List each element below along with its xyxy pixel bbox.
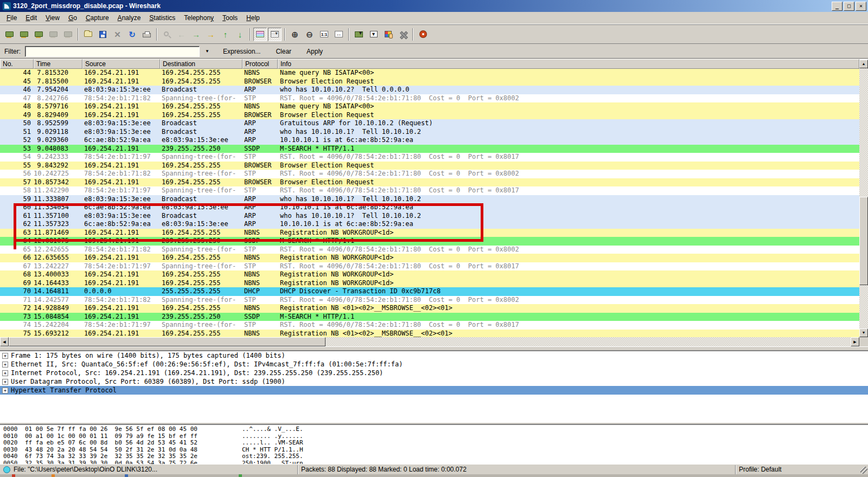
menu-analyze[interactable]: Analyze [113,12,145,23]
packet-row-55[interactable]: 559.843292169.254.21.191169.254.255.255B… [0,162,859,170]
detail-row-2[interactable]: +Internet Protocol, Src: 169.254.21.191 … [0,369,868,377]
autoscroll-button[interactable] [268,28,282,41]
expert-info-icon[interactable] [3,466,10,473]
packet-row-52[interactable]: 529.0293606c:ae:8b:52:9a:eae8:03:9a:15:3… [0,136,859,145]
packet-row-70[interactable]: 7014.1648110.0.0.0255.255.255.255DHCPDHC… [0,287,859,296]
packet-row-72[interactable]: 7214.928849169.254.21.191169.254.255.255… [0,304,859,313]
zoom-100-button[interactable]: 1:1 [317,28,331,41]
preferences-button[interactable] [396,28,410,41]
packet-row-58[interactable]: 5811.24229078:54:2e:b1:71:97Spanning-tre… [0,186,859,195]
scroll-up-arrow[interactable]: ▲ [859,60,868,68]
scroll-right-arrow[interactable]: ▶ [851,337,859,346]
column-header-time[interactable]: Time [34,59,82,69]
vertical-scroll-thumb[interactable] [859,197,868,285]
scroll-left-arrow[interactable]: ◀ [0,337,9,346]
packet-row-51[interactable]: 519.029118e8:03:9a:15:3e:eeBroadcastARPw… [0,128,859,137]
display-filters-button[interactable]: ▼ [367,28,380,41]
minimize-button[interactable]: _ [832,2,843,11]
hex-row-0000[interactable]: 000001 00 5e 7f ff fa 00 26 9e 56 5f ef … [0,426,868,433]
apply-button[interactable]: Apply [303,46,327,57]
go-to-packet-button[interactable]: → [204,28,218,41]
reload-button[interactable]: ↻ [125,28,139,41]
resize-columns-button[interactable]: ↔ [332,28,346,41]
zoom-out-button[interactable]: ⊖ [303,28,316,41]
packet-row-53[interactable]: 539.048083169.254.21.191239.255.255.250S… [0,145,859,153]
column-header-protocol[interactable]: Protocol [242,59,278,69]
horizontal-scroll-thumb[interactable] [9,337,326,346]
filter-dropdown-button[interactable]: ▼ [202,47,212,56]
packet-row-73[interactable]: 7315.084854169.254.21.191239.255.255.250… [0,313,859,321]
save-file-button[interactable] [96,28,110,41]
packet-row-62[interactable]: 6211.3573236c:ae:8b:52:9a:eae8:03:9a:15:… [0,220,859,229]
expander-plus-icon[interactable]: + [2,388,8,394]
go-to-top-button[interactable]: ↑ [219,28,232,41]
detail-row-4[interactable]: +Hypertext Transfer Protocol [0,386,868,395]
capture-filters-button[interactable] [352,28,366,41]
hex-row-0050[interactable]: 005032 35 30 3a 31 39 30 30 0d 0a 53 54 … [0,460,868,464]
status-profile-segment[interactable]: Profile: Default [735,465,868,474]
open-file-button[interactable] [81,28,95,41]
column-header-destination[interactable]: Destination [160,59,242,69]
help-button[interactable] [416,28,430,41]
packet-row-60[interactable]: 6011.3340546c:ae:8b:52:9a:eae8:03:9a:15:… [0,203,859,212]
column-header-no[interactable]: No. [0,59,34,69]
go-to-bottom-button[interactable]: ↓ [233,28,247,41]
packet-row-68[interactable]: 6813.400033169.254.21.191169.254.255.255… [0,270,859,279]
packet-row-50[interactable]: 508.952599e8:03:9a:15:3e:eeBroadcastARPG… [0,119,859,128]
horizontal-scrollbar[interactable]: ◀ ▶ [0,337,859,346]
detail-row-3[interactable]: +User Datagram Protocol, Src Port: 60389… [0,377,868,386]
packet-row-67[interactable]: 6713.24222778:54:2e:b1:71:97Spanning-tre… [0,262,859,271]
close-button[interactable]: ✕ [856,2,866,11]
find-packet-button[interactable] [160,28,174,41]
colorize-button[interactable] [253,28,267,41]
packet-row-56[interactable]: 5610.24272578:54:2e:b1:71:82Spanning-tre… [0,170,859,178]
menu-telephony[interactable]: Telephony [180,12,218,23]
menu-capture[interactable]: Capture [81,12,113,23]
zoom-in-button[interactable]: ⊕ [288,28,302,41]
expander-plus-icon[interactable]: + [2,362,8,368]
clear-button[interactable]: Clear [272,46,295,57]
maximize-button[interactable]: □ [844,2,854,11]
packet-row-65[interactable]: 6512.24265578:54:2e:b1:71:82Spanning-tre… [0,246,859,254]
packet-row-74[interactable]: 7415.24220478:54:2e:b1:71:97Spanning-tre… [0,321,859,330]
menu-go[interactable]: Go [64,12,81,23]
packet-row-69[interactable]: 6914.164433169.254.21.191169.254.255.255… [0,279,859,288]
expander-plus-icon[interactable]: + [2,353,8,359]
column-header-info[interactable]: Info [278,59,859,69]
resize-grip[interactable] [860,467,867,474]
capture-options-button[interactable] [17,28,31,41]
capture-stop-button[interactable] [47,28,60,41]
packet-row-66[interactable]: 6612.635655169.254.21.191169.254.255.255… [0,254,859,262]
packet-row-47[interactable]: 478.24276678:54:2e:b1:71:82Spanning-tree… [0,94,859,103]
go-back-button[interactable]: ← [175,28,188,41]
filter-input[interactable] [25,46,200,57]
packet-row-46[interactable]: 467.954204e8:03:9a:15:3e:eeBroadcastARPw… [0,86,859,94]
menu-view[interactable]: View [41,12,64,23]
print-button[interactable] [140,28,154,41]
packet-row-57[interactable]: 5710.857342169.254.21.191169.254.255.255… [0,178,859,187]
detail-row-0[interactable]: +Frame 1: 175 bytes on wire (1400 bits),… [0,351,868,360]
list-interfaces-button[interactable] [3,28,16,41]
menu-help[interactable]: Help [242,12,264,23]
expression-button[interactable]: Expression... [219,46,264,57]
packet-row-71[interactable]: 7114.24257778:54:2e:b1:71:82Spanning-tre… [0,296,859,305]
packet-row-63[interactable]: 6311.871469169.254.21.191169.254.255.255… [0,229,859,237]
close-file-button[interactable]: ✕ [111,28,124,41]
menu-statistics[interactable]: Statistics [145,12,180,23]
packet-row-54[interactable]: 549.24233378:54:2e:b1:71:97Spanning-tree… [0,153,859,162]
packet-row-75[interactable]: 7515.693212169.254.21.191169.254.255.255… [0,330,859,338]
expander-plus-icon[interactable]: + [2,379,8,385]
packet-row-61[interactable]: 6111.357100e8:03:9a:15:3e:eeBroadcastARP… [0,212,859,221]
expander-plus-icon[interactable]: + [2,370,8,376]
packet-row-45[interactable]: 457.815500169.254.21.191169.254.255.255B… [0,78,859,86]
scroll-down-arrow[interactable]: ▼ [859,328,868,337]
packet-row-48[interactable]: 488.579716169.254.21.191169.254.255.255N… [0,102,859,111]
detail-row-1[interactable]: +Ethernet II, Src: QuantaCo_56:5f:ef (00… [0,360,868,369]
packet-row-44[interactable]: 447.815320169.254.21.191169.254.255.255N… [0,69,859,78]
capture-start-button[interactable] [32,28,46,41]
packet-row-59[interactable]: 5911.333807e8:03:9a:15:3e:eeBroadcastARP… [0,195,859,204]
menu-tools[interactable]: Tools [218,12,242,23]
coloring-rules-button[interactable] [381,28,395,41]
packet-row-64[interactable]: 6412.081075169.254.21.191239.255.255.250… [0,237,859,246]
capture-restart-button[interactable] [61,28,75,41]
